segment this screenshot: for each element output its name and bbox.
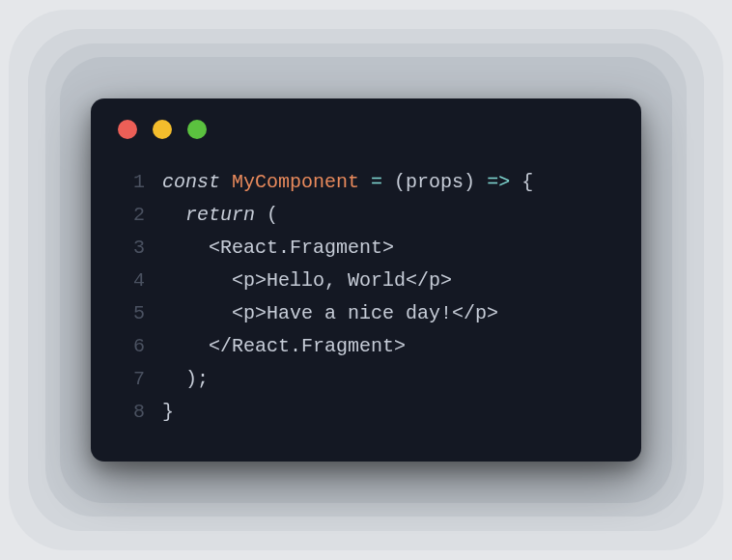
minimize-icon[interactable]: [153, 120, 172, 139]
line-number: 3: [116, 232, 145, 265]
window-controls: [118, 120, 616, 139]
code-window: 1const MyComponent = (props) => {2 retur…: [91, 98, 641, 462]
line-number: 4: [116, 265, 145, 297]
zoom-icon[interactable]: [187, 120, 207, 139]
code-line: 3 <React.Fragment>: [116, 232, 616, 265]
line-content: const MyComponent = (props) => {: [162, 166, 533, 199]
line-content: return (: [162, 199, 278, 232]
line-content: </React.Fragment>: [162, 330, 406, 363]
line-number: 6: [116, 330, 145, 363]
line-content: <React.Fragment>: [162, 232, 394, 265]
line-number: 8: [116, 396, 145, 429]
code-line: 1const MyComponent = (props) => {: [116, 166, 616, 199]
line-number: 5: [116, 297, 145, 330]
code-line: 5 <p>Have a nice day!</p>: [116, 297, 616, 330]
line-number: 1: [116, 166, 145, 199]
line-number: 7: [116, 363, 145, 396]
code-line: 4 <p>Hello, World</p>: [116, 265, 616, 297]
line-number: 2: [116, 199, 145, 232]
code-line: 2 return (: [116, 199, 616, 232]
line-content: <p>Have a nice day!</p>: [162, 297, 498, 330]
line-content: }: [162, 396, 174, 429]
close-icon[interactable]: [118, 120, 137, 139]
code-line: 7 );: [116, 363, 616, 396]
line-content: <p>Hello, World</p>: [162, 265, 452, 297]
line-content: );: [162, 363, 209, 396]
code-line: 6 </React.Fragment>: [116, 330, 616, 363]
code-line: 8}: [116, 396, 616, 429]
code-block: 1const MyComponent = (props) => {2 retur…: [116, 166, 616, 429]
